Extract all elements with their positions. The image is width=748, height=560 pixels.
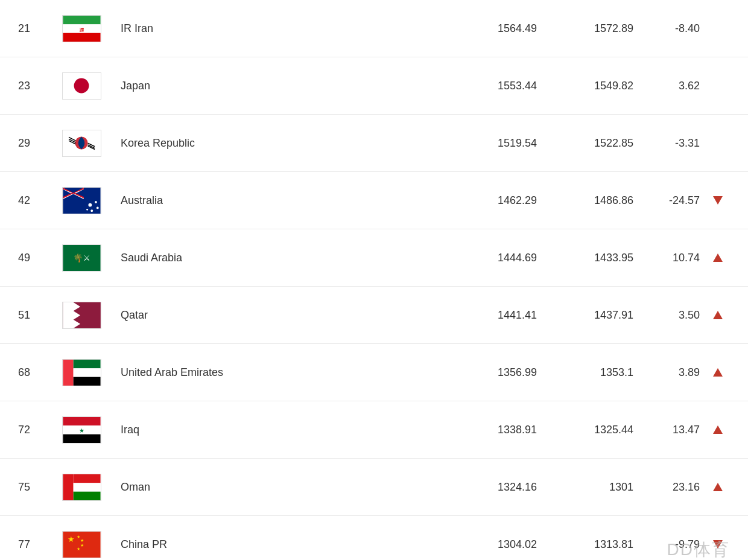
svg-rect-2 [63, 33, 100, 41]
trend-indicator [706, 483, 730, 491]
svg-rect-39 [73, 491, 100, 500]
previous-points: 1353.1 [549, 366, 645, 379]
points-change: -3.31 [645, 137, 706, 150]
rankings-table: 21 ﷽ IR Iran 1564.49 1572.89 -8.40 23 Ja… [0, 0, 748, 560]
trend-indicator [706, 196, 730, 205]
rank-number: 23 [18, 80, 54, 92]
table-row: 21 ﷽ IR Iran 1564.49 1572.89 -8.40 [0, 0, 748, 57]
previous-points: 1486.86 [549, 194, 645, 207]
svg-text:﷽: ﷽ [78, 27, 83, 31]
svg-rect-32 [63, 417, 100, 425]
svg-point-18 [95, 200, 97, 203]
trend-up-icon [713, 368, 723, 377]
previous-points: 1437.91 [549, 309, 645, 322]
svg-rect-0 [63, 16, 100, 24]
rank-number: 72 [18, 424, 54, 436]
country-flag: ★ [54, 416, 109, 444]
country-flag [54, 72, 109, 100]
points-change: -9.79 [645, 538, 706, 551]
points-change: 10.74 [645, 252, 706, 264]
points-change: 3.89 [645, 366, 706, 379]
country-flag [54, 474, 109, 501]
rank-number: 42 [18, 194, 54, 207]
rank-number: 77 [18, 538, 54, 551]
rank-number: 51 [18, 309, 54, 322]
rank-number: 68 [18, 366, 54, 379]
country-flag [54, 359, 109, 386]
svg-point-5 [74, 78, 89, 93]
table-row: 29 Korea Republic 1519.54 1522.85 -3.31 [0, 115, 748, 172]
country-name: Saudi Arabia [109, 252, 452, 264]
previous-points: 1313.81 [549, 538, 645, 551]
country-name: Australia [109, 194, 452, 207]
rank-number: 29 [18, 137, 54, 150]
table-row: 49 🌴⚔ Saudi Arabia 1444.69 1433.95 10.74 [0, 229, 748, 287]
rank-number: 75 [18, 481, 54, 494]
svg-marker-27 [63, 302, 80, 328]
trend-indicator [706, 311, 730, 319]
trend-up-icon [713, 311, 723, 319]
points-change: 13.47 [645, 424, 706, 436]
table-row: 75 Oman 1324.16 1301 23.16 [0, 459, 748, 516]
trend-up-icon [713, 253, 723, 262]
points-change: 23.16 [645, 481, 706, 494]
points-change: 3.50 [645, 309, 706, 322]
table-row: 77 ★ ★ ★ ★ ★ China PR 1304.02 1313.81 -9… [0, 516, 748, 560]
country-flag [54, 302, 109, 329]
svg-rect-38 [73, 483, 100, 491]
country-name: IR Iran [109, 22, 452, 35]
current-points: 1441.41 [452, 309, 549, 322]
svg-point-20 [90, 209, 93, 212]
points-change: -24.57 [645, 194, 706, 207]
country-flag: ★ ★ ★ ★ ★ [54, 531, 109, 558]
rank-number: 21 [18, 22, 54, 35]
trend-indicator [706, 368, 730, 377]
svg-rect-31 [73, 377, 100, 385]
svg-point-19 [96, 206, 98, 209]
previous-points: 1572.89 [549, 22, 645, 35]
table-row: 23 Japan 1553.44 1549.82 3.62 [0, 57, 748, 115]
svg-text:★: ★ [80, 542, 84, 547]
previous-points: 1522.85 [549, 137, 645, 150]
trend-indicator [706, 425, 730, 434]
points-change: 3.62 [645, 80, 706, 92]
country-name: Qatar [109, 309, 452, 322]
current-points: 1356.99 [452, 366, 549, 379]
previous-points: 1549.82 [549, 80, 645, 92]
country-flag: ﷽ [54, 15, 109, 42]
svg-rect-36 [63, 474, 73, 500]
country-name: United Arab Emirates [109, 366, 452, 379]
svg-rect-29 [73, 360, 100, 368]
svg-rect-30 [73, 368, 100, 377]
table-row: 68 United Arab Emirates 1356.99 1353.1 3… [0, 344, 748, 401]
current-points: 1564.49 [452, 22, 549, 35]
trend-down-icon [713, 196, 723, 205]
country-flag: 🌴⚔ [54, 244, 109, 272]
trend-down-icon [713, 540, 723, 549]
svg-point-17 [88, 203, 92, 206]
svg-text:🌴⚔: 🌴⚔ [72, 252, 90, 262]
svg-point-21 [86, 208, 88, 210]
current-points: 1444.69 [452, 252, 549, 264]
svg-text:★: ★ [68, 535, 75, 544]
svg-text:★: ★ [77, 546, 80, 550]
points-change: -8.40 [645, 22, 706, 35]
svg-rect-37 [73, 474, 100, 483]
country-name: Korea Republic [109, 137, 452, 150]
svg-text:★: ★ [78, 427, 84, 433]
trend-indicator [706, 253, 730, 262]
current-points: 1304.02 [452, 538, 549, 551]
current-points: 1338.91 [452, 424, 549, 436]
country-name: China PR [109, 538, 452, 551]
current-points: 1553.44 [452, 80, 549, 92]
current-points: 1324.16 [452, 481, 549, 494]
previous-points: 1301 [549, 481, 645, 494]
country-name: Oman [109, 481, 452, 494]
svg-text:★: ★ [80, 538, 84, 542]
trend-up-icon [713, 425, 723, 434]
previous-points: 1433.95 [549, 252, 645, 264]
current-points: 1519.54 [452, 137, 549, 150]
country-name: Japan [109, 80, 452, 92]
country-name: Iraq [109, 424, 452, 436]
current-points: 1462.29 [452, 194, 549, 207]
